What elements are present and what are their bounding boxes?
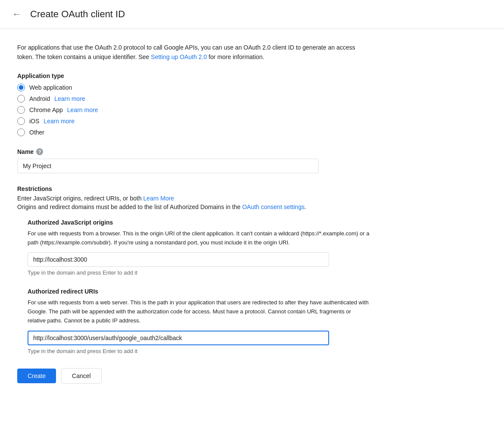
- intro-text-2: for more information.: [207, 53, 264, 60]
- redirect-uris-section: Authorized redirect URIs For use with re…: [17, 288, 370, 354]
- radio-other[interactable]: Other: [17, 128, 370, 136]
- redirect-uris-title: Authorized redirect URIs: [28, 288, 370, 295]
- restrictions-learn-more-link[interactable]: Learn More: [143, 195, 174, 202]
- page-title: Create OAuth client ID: [30, 9, 125, 20]
- js-origins-hint: Type in the domain and press Enter to ad…: [28, 269, 370, 276]
- create-button[interactable]: Create: [17, 369, 56, 383]
- radio-ios-input[interactable]: [17, 117, 25, 125]
- back-button[interactable]: ←: [10, 7, 23, 22]
- js-origins-desc: For use with requests from a browser. Th…: [28, 229, 370, 247]
- name-label-row: Name ?: [17, 148, 370, 155]
- name-help-icon[interactable]: ?: [36, 148, 43, 155]
- radio-ios[interactable]: iOS Learn more: [17, 117, 370, 125]
- ios-learn-more-link[interactable]: Learn more: [44, 118, 75, 125]
- radio-ios-label: iOS: [29, 118, 39, 125]
- name-label-text: Name: [17, 148, 34, 155]
- radio-android-input[interactable]: [17, 95, 25, 103]
- radio-web-application[interactable]: Web application: [17, 84, 370, 91]
- restrictions-desc: Enter JavaScript origins, redirect URIs,…: [17, 195, 370, 202]
- restrictions-desc-text: Enter JavaScript origins, redirect URIs,…: [17, 195, 143, 202]
- android-learn-more-link[interactable]: Learn more: [54, 95, 85, 102]
- page-header: ← Create OAuth client ID: [0, 0, 504, 29]
- js-origins-title: Authorized JavaScript origins: [28, 219, 370, 226]
- radio-chrome-label: Chrome App: [29, 106, 63, 113]
- chrome-learn-more-link[interactable]: Learn more: [67, 106, 98, 113]
- name-section: Name ?: [17, 148, 370, 173]
- app-type-label: Application type: [17, 72, 370, 79]
- js-origins-section: Authorized JavaScript origins For use wi…: [17, 219, 370, 276]
- restrictions-note: Origins and redirect domains must be add…: [17, 203, 370, 210]
- oauth-consent-link[interactable]: OAuth consent settings: [242, 203, 305, 210]
- name-input[interactable]: [17, 159, 319, 173]
- radio-android[interactable]: Android Learn more: [17, 95, 370, 103]
- radio-other-input[interactable]: [17, 128, 25, 136]
- radio-chrome-input[interactable]: [17, 106, 25, 114]
- oauth-setup-link[interactable]: Setting up OAuth 2.0: [151, 53, 207, 60]
- restrictions-note-text1: Origins and redirect domains must be add…: [17, 203, 242, 210]
- radio-web-label: Web application: [29, 84, 72, 91]
- radio-android-label: Android: [29, 95, 50, 102]
- radio-other-label: Other: [29, 129, 44, 136]
- restrictions-note-text2: .: [305, 203, 306, 210]
- restrictions-section: Restrictions Enter JavaScript origins, r…: [17, 185, 370, 354]
- redirect-uris-hint: Type in the domain and press Enter to ad…: [28, 348, 370, 354]
- application-type-group: Web application Android Learn more Chrom…: [17, 84, 370, 136]
- intro-paragraph: For applications that use the OAuth 2.0 …: [17, 43, 370, 62]
- button-row: Create Cancel: [17, 368, 370, 384]
- restrictions-header: Restrictions: [17, 185, 370, 192]
- js-origins-input[interactable]: [28, 252, 329, 267]
- redirect-uris-desc: For use with requests from a web server.…: [28, 298, 370, 325]
- redirect-uris-input[interactable]: [28, 331, 329, 345]
- radio-chrome-app[interactable]: Chrome App Learn more: [17, 106, 370, 114]
- main-content: For applications that use the OAuth 2.0 …: [0, 29, 388, 397]
- cancel-button[interactable]: Cancel: [61, 368, 102, 384]
- radio-web-input[interactable]: [17, 84, 25, 91]
